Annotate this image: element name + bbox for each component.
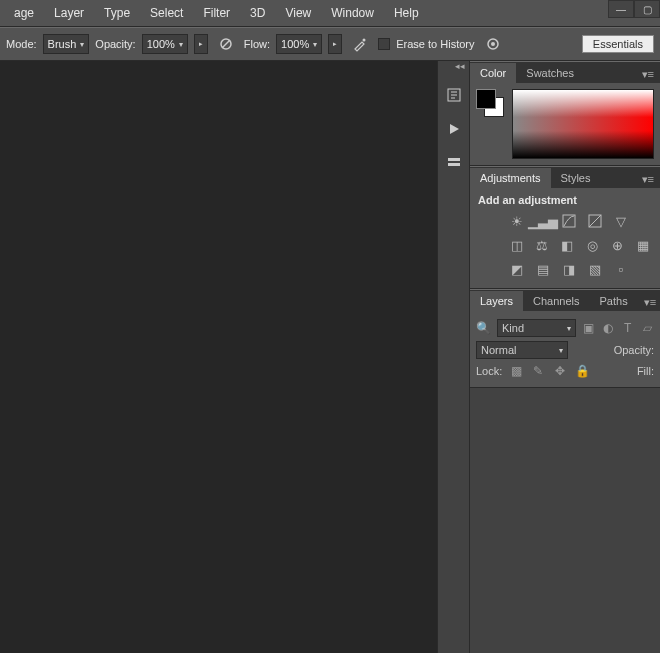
opacity-value-field[interactable]: 100% (142, 34, 188, 54)
flow-label: Flow: (244, 38, 270, 50)
canvas-area[interactable] (0, 61, 438, 653)
filter-pixel-icon[interactable]: ▣ (582, 320, 595, 336)
svg-point-1 (363, 39, 366, 42)
history-panel-icon[interactable] (440, 81, 468, 109)
filter-type-icon[interactable]: T (621, 320, 634, 336)
layer-opacity-label: Opacity: (614, 344, 654, 356)
lock-position-icon[interactable]: ✥ (552, 363, 568, 379)
erase-history-checkbox[interactable] (378, 38, 390, 50)
menu-3d[interactable]: 3D (240, 2, 275, 24)
layers-panel-tabs: Layers Channels Paths ▾≡ (470, 289, 660, 311)
actions-panel-icon[interactable] (440, 115, 468, 143)
pressure-opacity-icon[interactable] (214, 32, 238, 56)
foreground-color-swatch[interactable] (476, 89, 496, 109)
adjustments-row-2: ◫ ⚖ ◧ ◎ ⊕ ▦ (508, 236, 652, 254)
blend-mode-value: Normal (481, 344, 516, 356)
mode-label: Mode: (6, 38, 37, 50)
search-icon[interactable]: 🔍 (476, 320, 491, 336)
layers-panel-menu-icon[interactable]: ▾≡ (638, 294, 660, 311)
filter-shape-icon[interactable]: ▱ (641, 320, 654, 336)
lock-pixels-icon[interactable]: ✎ (530, 363, 546, 379)
black-white-icon[interactable]: ◧ (559, 236, 576, 254)
collapsed-panel-strip: ◂◂ (438, 61, 470, 653)
adjustments-panel-menu-icon[interactable]: ▾≡ (636, 171, 660, 188)
exposure-icon[interactable] (586, 212, 604, 230)
svg-rect-5 (448, 158, 460, 161)
menu-image[interactable]: age (4, 2, 44, 24)
options-bar: Mode: Brush Opacity: 100% ▸ Flow: 100% ▸… (0, 27, 660, 61)
menu-type[interactable]: Type (94, 2, 140, 24)
minimize-button[interactable]: — (608, 0, 634, 18)
mode-value: Brush (48, 38, 77, 50)
menu-layer[interactable]: Layer (44, 2, 94, 24)
fill-label: Fill: (637, 365, 654, 377)
erase-history-label: Erase to History (396, 38, 474, 50)
lock-all-icon[interactable]: 🔒 (574, 363, 590, 379)
color-spectrum[interactable] (512, 89, 654, 159)
layers-panel-controls: 🔍 Kind ▣ ◐ T ▱ Normal Opacity: Lock: ▩ ✎… (470, 311, 660, 388)
menu-select[interactable]: Select (140, 2, 193, 24)
tab-channels[interactable]: Channels (523, 291, 589, 311)
color-panel-tabs: Color Swatches ▾≡ (470, 61, 660, 83)
threshold-icon[interactable]: ◨ (560, 260, 578, 278)
svg-rect-6 (448, 163, 460, 166)
opacity-value: 100% (147, 38, 175, 50)
gradient-map-icon[interactable]: ▧ (586, 260, 604, 278)
flow-value-field[interactable]: 100% (276, 34, 322, 54)
mode-dropdown[interactable]: Brush (43, 34, 90, 54)
properties-panel-icon[interactable] (440, 149, 468, 177)
airbrush-icon[interactable] (348, 32, 372, 56)
photo-filter-icon[interactable]: ◎ (584, 236, 601, 254)
adjustments-panel-body: Add an adjustment ☀ ▁▃▅ ▽ ◫ ⚖ ◧ ◎ ⊕ ▦ ◩ … (470, 188, 660, 289)
expand-strip-icon[interactable]: ◂◂ (438, 61, 469, 75)
hue-saturation-icon[interactable]: ◫ (508, 236, 525, 254)
selective-color-icon[interactable]: ▫ (612, 260, 630, 278)
color-balance-icon[interactable]: ⚖ (533, 236, 550, 254)
flow-value: 100% (281, 38, 309, 50)
tab-color[interactable]: Color (470, 63, 516, 83)
curves-icon[interactable] (560, 212, 578, 230)
tab-styles[interactable]: Styles (551, 168, 601, 188)
layer-filter-value: Kind (502, 322, 524, 334)
maximize-button[interactable]: ▢ (634, 0, 660, 18)
filter-adjustment-icon[interactable]: ◐ (602, 320, 615, 336)
menu-filter[interactable]: Filter (193, 2, 240, 24)
invert-icon[interactable]: ◩ (508, 260, 526, 278)
tab-paths[interactable]: Paths (590, 291, 638, 311)
adjustments-row-3: ◩ ▤ ◨ ▧ ▫ (508, 260, 652, 278)
tab-swatches[interactable]: Swatches (516, 63, 584, 83)
channel-mixer-icon[interactable]: ⊕ (609, 236, 626, 254)
levels-icon[interactable]: ▁▃▅ (534, 212, 552, 230)
workspace-button[interactable]: Essentials (582, 35, 654, 53)
svg-point-3 (491, 42, 495, 46)
vibrance-icon[interactable]: ▽ (612, 212, 630, 230)
window-controls: — ▢ (608, 0, 660, 18)
lock-transparency-icon[interactable]: ▩ (508, 363, 524, 379)
lock-label: Lock: (476, 365, 502, 377)
tab-adjustments[interactable]: Adjustments (470, 168, 551, 188)
content-area: ◂◂ Color Swatches ▾≡ Adjustments Styles (0, 61, 660, 653)
color-swatch-pair[interactable] (476, 89, 504, 117)
adjustments-heading: Add an adjustment (478, 194, 652, 206)
pressure-size-icon[interactable] (481, 32, 505, 56)
color-lookup-icon[interactable]: ▦ (635, 236, 652, 254)
posterize-icon[interactable]: ▤ (534, 260, 552, 278)
menu-window[interactable]: Window (321, 2, 384, 24)
adjustments-panel-tabs: Adjustments Styles ▾≡ (470, 166, 660, 188)
menu-help[interactable]: Help (384, 2, 429, 24)
menu-view[interactable]: View (275, 2, 321, 24)
brightness-contrast-icon[interactable]: ☀ (508, 212, 526, 230)
color-panel-menu-icon[interactable]: ▾≡ (636, 66, 660, 83)
flow-nudge[interactable]: ▸ (328, 34, 342, 54)
layer-filter-dropdown[interactable]: Kind (497, 319, 576, 337)
blend-mode-dropdown[interactable]: Normal (476, 341, 568, 359)
menu-bar: age Layer Type Select Filter 3D View Win… (0, 0, 660, 27)
opacity-label: Opacity: (95, 38, 135, 50)
layers-list-area[interactable] (470, 388, 660, 653)
tab-layers[interactable]: Layers (470, 291, 523, 311)
opacity-nudge[interactable]: ▸ (194, 34, 208, 54)
color-panel-body (470, 83, 660, 166)
adjustments-row-1: ☀ ▁▃▅ ▽ (508, 212, 652, 230)
right-panels: Color Swatches ▾≡ Adjustments Styles ▾≡ … (470, 61, 660, 653)
